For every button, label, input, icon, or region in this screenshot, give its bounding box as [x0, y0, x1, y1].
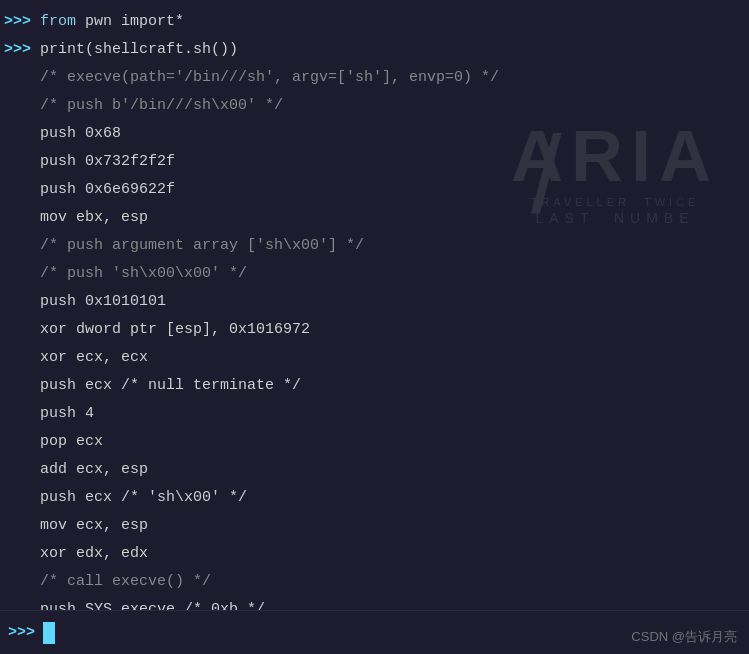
code-4: /* push b'/bin///sh\x00' */ [40, 93, 749, 119]
terminal-window: >>> from pwn import* >>> print(shellcraf… [0, 0, 749, 654]
line-3: /* execve(path='/bin///sh', argv=['sh'],… [0, 64, 749, 92]
line-9: /* push argument array ['sh\x00'] */ [0, 232, 749, 260]
line-2: >>> print(shellcraft.sh()) [0, 36, 749, 64]
line-7: push 0x6e69622f [0, 176, 749, 204]
line-14: push ecx /* null terminate */ [0, 372, 749, 400]
prompt-2: >>> [0, 37, 40, 63]
code-7: push 0x6e69622f [40, 177, 749, 203]
line-19: mov ecx, esp [0, 512, 749, 540]
code-9: /* push argument array ['sh\x00'] */ [40, 233, 749, 259]
line-8: mov ebx, esp [0, 204, 749, 232]
code-15: push 4 [40, 401, 749, 427]
code-11: push 0x1010101 [40, 289, 749, 315]
line-12: xor dword ptr [esp], 0x1016972 [0, 316, 749, 344]
code-18: push ecx /* 'sh\x00' */ [40, 485, 749, 511]
code-10: /* push 'sh\x00\x00' */ [40, 261, 749, 287]
line-5: push 0x68 [0, 120, 749, 148]
line-22: push SYS_execve /* 0xb */ [0, 596, 749, 610]
code-16: pop ecx [40, 429, 749, 455]
code-21: /* call execve() */ [40, 569, 749, 595]
line-16: pop ecx [0, 428, 749, 456]
line-20: xor edx, edx [0, 540, 749, 568]
code-13: xor ecx, ecx [40, 345, 749, 371]
line-18: push ecx /* 'sh\x00' */ [0, 484, 749, 512]
line-10: /* push 'sh\x00\x00' */ [0, 260, 749, 288]
line-15: push 4 [0, 400, 749, 428]
code-20: xor edx, edx [40, 541, 749, 567]
code-19: mov ecx, esp [40, 513, 749, 539]
code-3: /* execve(path='/bin///sh', argv=['sh'],… [40, 65, 749, 91]
code-5: push 0x68 [40, 121, 749, 147]
terminal-output: >>> from pwn import* >>> print(shellcraf… [0, 0, 749, 610]
code-17: add ecx, esp [40, 457, 749, 483]
code-22: push SYS_execve /* 0xb */ [40, 597, 749, 610]
code-12: xor dword ptr [esp], 0x1016972 [40, 317, 749, 343]
csdn-credit: CSDN @告诉月亮 [631, 628, 737, 646]
line-4: /* push b'/bin///sh\x00' */ [0, 92, 749, 120]
code-8: mov ebx, esp [40, 205, 749, 231]
cursor [43, 622, 55, 644]
prompt-1: >>> [0, 9, 40, 35]
code-2: print(shellcraft.sh()) [40, 37, 749, 63]
bottom-bar: >>> CSDN @告诉月亮 [0, 610, 749, 654]
line-11: push 0x1010101 [0, 288, 749, 316]
code-6: push 0x732f2f2f [40, 149, 749, 175]
line-13: xor ecx, ecx [0, 344, 749, 372]
code-14: push ecx /* null terminate */ [40, 373, 749, 399]
line-21: /* call execve() */ [0, 568, 749, 596]
bottom-prompt: >>> [8, 624, 35, 641]
code-1: from pwn import* [40, 9, 749, 35]
line-17: add ecx, esp [0, 456, 749, 484]
line-6: push 0x732f2f2f [0, 148, 749, 176]
line-1: >>> from pwn import* [0, 8, 749, 36]
